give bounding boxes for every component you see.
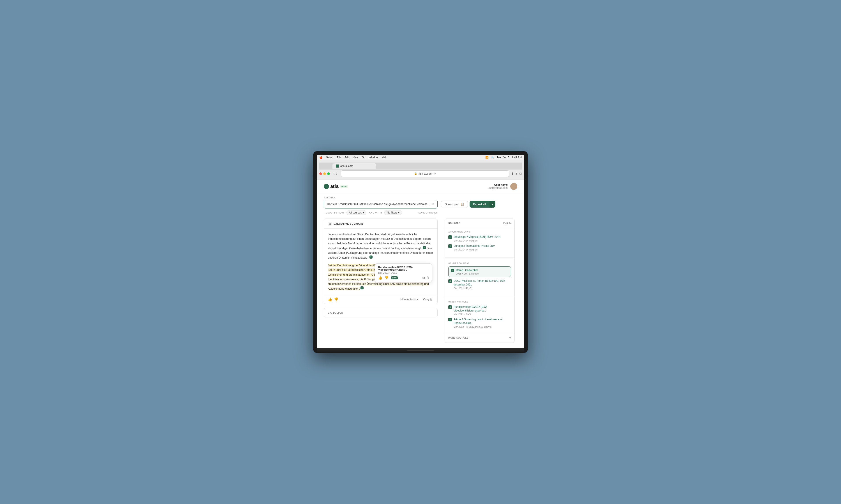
window-menu[interactable]: Window (369, 156, 378, 159)
no-filters-filter[interactable]: No filters ▾ (384, 210, 402, 215)
copy-button[interactable]: Copy ⎘ (422, 297, 433, 302)
back-button[interactable]: ‹ (333, 172, 334, 176)
edit-menu[interactable]: Edit (345, 156, 349, 159)
file-menu[interactable]: File (337, 156, 341, 159)
tooltip-save-icon[interactable]: ⧉ (423, 276, 425, 280)
export-all-button[interactable]: Export all (469, 201, 490, 208)
footer-actions: More options ▾ Copy ⎘ (399, 297, 433, 302)
safari-menu[interactable]: Safari (326, 156, 333, 159)
clear-search-button[interactable]: × (432, 202, 434, 206)
minimize-button[interactable] (323, 173, 326, 175)
source-item-2[interactable]: 2 European International Private Law Mar… (448, 244, 511, 251)
macos-menubar: 🍎 Safari File Edit View Go Window Help 📶… (317, 155, 524, 161)
source-num-4: 4 (448, 280, 452, 283)
tooltip-actions: 👍 👎 89% ⧉ ⎘ (378, 276, 429, 280)
tooltip-copy-icons: ⧉ ⎘ (423, 276, 429, 280)
menubar-right: 📶 🔍 Mon Jun 5 9:41 AM (485, 156, 522, 159)
tab-bar: atla-ai.com (319, 163, 522, 169)
go-menu[interactable]: Go (362, 156, 365, 159)
source-item-6[interactable]: 6 Article 4 Governing Law in the Absence… (448, 318, 511, 328)
card-header: ▤ EXECUTIVE SUMMARY (324, 219, 437, 229)
laptop-frame: 🍎 Safari File Edit View Go Window Help 📶… (313, 151, 528, 353)
laptop-base (317, 348, 524, 353)
source-meta-6: Mar 2002 • P. Sauvignon, A. Bouvier (453, 325, 511, 328)
source-meta-5: Mar 2021 • BaFin (453, 313, 511, 316)
logo: atla BETA (324, 183, 348, 189)
scratchpad-icon: 📋 (461, 202, 464, 206)
filters-row: RESULTS FROM All sources ▾ AND WITH No f… (324, 210, 437, 215)
source-item-5[interactable]: 5 Rundschreiben 3/2017 (GW) - Videoident… (448, 305, 511, 316)
more-options-label: More options (400, 298, 416, 301)
source-tooltip: Rundschreiben 3/2017 (GW) - Videoidentif… (375, 263, 432, 282)
no-filters-text: No filters (387, 211, 397, 214)
tooltip-source-title[interactable]: Rundschreiben 3/2017 (GW) - Videoidentif… (378, 266, 426, 271)
tooltip-source-meta: Dec 2021 • EUCJ (378, 271, 426, 274)
source-item-3[interactable]: 3 Rome I Convention 2018 • EU Parliament (448, 267, 511, 277)
source-num-5: 5 (448, 305, 452, 309)
tab-title: atla-ai.com (340, 164, 353, 167)
source-ref-4[interactable]: 4 (360, 286, 363, 289)
export-dropdown-button[interactable]: ▾ (490, 201, 495, 208)
close-button[interactable] (319, 173, 322, 175)
export-button-group: Export all ▾ (469, 201, 495, 208)
all-sources-filter[interactable]: All sources ▾ (346, 210, 366, 215)
applicable-laws-title: APPLICABLE LAWS (448, 231, 511, 233)
app-header: atla BETA User name user@email.com (317, 180, 524, 193)
sources-header: SOURCES Edit ✎ (445, 219, 514, 228)
forward-button[interactable]: › (336, 172, 337, 176)
more-sources-row[interactable]: MORE SOURCES ▾ (445, 333, 514, 343)
apple-icon: 🍎 (319, 156, 323, 159)
dig-deeper-title: DIG DEEPER (328, 312, 343, 314)
browser-tab[interactable]: atla-ai.com (332, 163, 376, 169)
speaker-grille (407, 350, 434, 351)
card-body: Ja, ein Kreditinstitut mit Sitz in Deuts… (324, 229, 437, 295)
address-bar[interactable]: 🔒 atla-ai.com ↻ (341, 170, 510, 177)
search-box-wrapper: ASK ATLA Darf ein Kreditinstitut mit Sit… (324, 197, 437, 215)
source-item-4[interactable]: 4 EUCJ, Madison vs. Porter, R9802/19U, 1… (448, 279, 511, 290)
sources-panel: SOURCES Edit ✎ APPLICABLE LAWS 1 (445, 218, 515, 343)
tooltip-copy-icon[interactable]: ⎘ (427, 276, 429, 280)
share-icon[interactable]: ⬆ (511, 172, 514, 176)
reload-icon: ↻ (434, 172, 436, 175)
source-details-5: Rundschreiben 3/2017 (GW) - Videoidentif… (453, 305, 511, 316)
source-ref-2[interactable]: 2 (423, 246, 426, 249)
edit-label: Edit (503, 222, 508, 225)
more-options-button[interactable]: More options ▾ (399, 297, 419, 302)
and-with-label: AND WITH (369, 211, 382, 214)
help-menu[interactable]: Help (382, 156, 387, 159)
thumb-up-icon[interactable]: 👍 (378, 276, 382, 280)
source-ref-3[interactable]: 3 (370, 255, 373, 258)
source-num-2: 2 (448, 244, 452, 248)
edit-icon: ✎ (509, 222, 511, 225)
new-tab-icon[interactable]: + (516, 172, 517, 176)
court-decisions-title: COURT DECISIONS (448, 262, 511, 264)
source-item-1[interactable]: 1 Staudinger / Magnus (2021) ROM I Art 4… (448, 235, 511, 242)
chevron-down-icon-3: ▾ (416, 298, 418, 301)
source-details-3: Rome I Convention 2018 • EU Parliament (456, 268, 479, 275)
view-menu[interactable]: View (353, 156, 358, 159)
maximize-button[interactable] (327, 173, 330, 175)
copy-icon: ⎘ (430, 298, 432, 301)
tooltip-arrow-icon[interactable]: › (428, 269, 429, 272)
screen: 🍎 Safari File Edit View Go Window Help 📶… (317, 155, 524, 348)
footer-thumb-up-icon[interactable]: 👍 (328, 297, 332, 302)
address-bar-row: ‹ › 🔒 atla-ai.com ↻ ⬆ + ⧉ (319, 169, 522, 178)
chevron-down-icon: ▾ (363, 211, 364, 214)
avatar (510, 183, 517, 190)
card-footer: 👍 👎 More options ▾ Copy ⎘ (324, 295, 437, 304)
confidence-percent: 89% (391, 276, 398, 280)
edit-sources-button[interactable]: Edit ✎ (503, 222, 511, 225)
tabs-icon[interactable]: ⧉ (519, 172, 522, 176)
sources-title: SOURCES (448, 222, 460, 224)
copy-label: Copy (423, 298, 429, 301)
footer-thumbs: 👍 👎 (328, 297, 338, 302)
user-name: User name (488, 183, 508, 186)
logo-icon (324, 184, 329, 189)
footer-thumb-down-icon[interactable]: 👎 (334, 297, 338, 302)
scratchpad-button[interactable]: Scratchpad 📋 (441, 201, 468, 208)
search-box[interactable]: Darf ein Kreditinstitut mit Sitz in Deut… (324, 200, 437, 209)
divider-1 (445, 257, 514, 258)
source-meta-1: Mar 2021 • U. Magnus (453, 239, 501, 242)
thumb-down-icon[interactable]: 👎 (384, 276, 389, 280)
source-title-3: Rome I Convention (456, 268, 479, 272)
